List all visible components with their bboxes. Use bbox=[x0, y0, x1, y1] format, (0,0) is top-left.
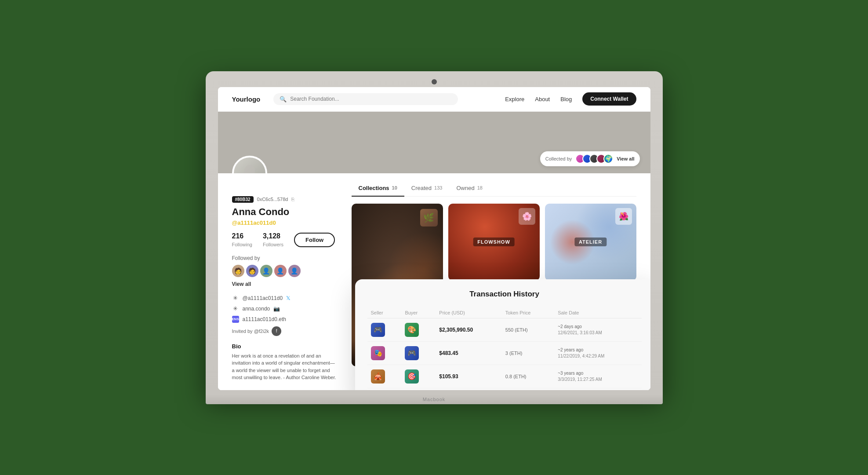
tab-owned-label: Owned bbox=[456, 185, 474, 191]
buyer-avatar-1: 🎨 bbox=[405, 323, 419, 337]
copy-icon[interactable]: ⎘ bbox=[291, 197, 294, 202]
laptop-body: Yourlogo 🔍 Explore About Blog Connect Wa… bbox=[206, 71, 663, 395]
col-token-price: Token Price bbox=[502, 307, 554, 318]
twitter-link[interactable]: ✳ @a1111ac011d0 𝕏 bbox=[232, 295, 338, 302]
following-stat: 216 Following bbox=[232, 232, 252, 248]
follower-4: 👤 bbox=[274, 265, 287, 277]
collector-avatar-5: 🌍 bbox=[603, 154, 613, 164]
followed-by-section: Followed by 🧑 🧑 👤 👤 👤 View all bbox=[232, 255, 338, 288]
profile-main: #80B32 0xC6c5...578d ⎘ Anna Condo @a1111… bbox=[218, 173, 650, 390]
transaction-table: Seller Buyer Price (USD) Token Price Sal… bbox=[367, 307, 642, 388]
transaction-history-popup: Transaction History Seller Buyer Price (… bbox=[355, 279, 650, 390]
tabs-row: Collections 10 Created 133 Owned 18 bbox=[352, 180, 636, 197]
collected-by-badge: Collected by 🌍 View all bbox=[540, 151, 640, 166]
follower-1: 🧑 bbox=[232, 265, 244, 277]
buyer-avatar-2: 🎮 bbox=[405, 346, 419, 360]
laptop-base: Macbook bbox=[206, 395, 663, 404]
bio-text: Her work is at once a revelation of and … bbox=[232, 352, 338, 381]
collection-flowshow[interactable]: 🌸 FLOWSHOW bbox=[448, 204, 540, 281]
tab-created[interactable]: Created 133 bbox=[404, 180, 450, 197]
follower-3: 👤 bbox=[260, 265, 272, 277]
ens-address: a1111ac011d0.eth bbox=[243, 316, 286, 322]
collected-by-view-all[interactable]: View all bbox=[617, 156, 634, 161]
txn-seller-3: 🎪 bbox=[367, 365, 402, 388]
tab-collections-count: 10 bbox=[392, 185, 397, 190]
follow-button[interactable]: Follow bbox=[294, 233, 335, 247]
instagram-link[interactable]: ✳ anna.condo 📷 bbox=[232, 305, 338, 312]
col-seller: Seller bbox=[367, 307, 402, 318]
follower-5: 👤 bbox=[288, 265, 301, 277]
twitter-icon: 𝕏 bbox=[286, 295, 291, 301]
bio-section: Bio Her work is at once a revelation of … bbox=[232, 343, 338, 381]
txn-title: Transaction History bbox=[367, 290, 642, 299]
collector-avatars: 🌍 bbox=[575, 154, 613, 164]
ens-link[interactable]: ENS a1111ac011d0.eth bbox=[232, 316, 338, 323]
logo: Yourlogo bbox=[232, 95, 261, 103]
seller-avatar-2: 🎭 bbox=[371, 346, 385, 360]
navigation: Yourlogo 🔍 Explore About Blog Connect Wa… bbox=[218, 87, 650, 112]
col-sale-date: Sale Date bbox=[554, 307, 641, 318]
profile-area: #80B32 0xC6c5...578d ⎘ Anna Condo @a1111… bbox=[218, 173, 650, 390]
seller-avatar-3: 🎪 bbox=[371, 369, 385, 384]
nav-about[interactable]: About bbox=[535, 96, 550, 102]
invited-by-row: Invited by @f2i2k f bbox=[232, 326, 338, 336]
nav-explore[interactable]: Explore bbox=[505, 96, 524, 102]
followers-label: Followers bbox=[263, 242, 283, 247]
follower-avatars: 🧑 🧑 👤 👤 👤 bbox=[232, 265, 338, 277]
inviter-avatar: f bbox=[272, 326, 281, 336]
txn-header-row: Seller Buyer Price (USD) Token Price Sal… bbox=[367, 307, 642, 318]
tab-collections-label: Collections bbox=[359, 185, 389, 191]
profile-username: @a1111ac011d0 bbox=[232, 219, 338, 226]
txn-token-3: 0.8 (ETH) bbox=[502, 365, 554, 388]
search-input[interactable] bbox=[290, 96, 452, 102]
profile-stats: 216 Following 3,128 Followers Follow bbox=[232, 232, 338, 248]
followed-by-label: Followed by bbox=[232, 255, 338, 261]
hashtag-icon: ✳ bbox=[232, 295, 239, 302]
tab-owned[interactable]: Owned 18 bbox=[449, 180, 489, 197]
profile-banner: Collected by 🌍 View all bbox=[218, 112, 650, 173]
laptop-container: Yourlogo 🔍 Explore About Blog Connect Wa… bbox=[206, 71, 663, 404]
txn-buyer-3: 🎯 bbox=[401, 365, 436, 388]
bio-title: Bio bbox=[232, 343, 338, 350]
connect-wallet-button[interactable]: Connect Wallet bbox=[582, 92, 636, 106]
profile-id-badge: #80B32 bbox=[232, 196, 254, 203]
ens-icon: ENS bbox=[232, 316, 239, 323]
txn-price-3: $105.93 bbox=[436, 365, 502, 388]
txn-seller-1: 🎮 bbox=[367, 318, 402, 341]
txn-token-1: 550 (ETH) bbox=[502, 318, 554, 341]
invite-label: Invited by @f2i2k bbox=[232, 329, 269, 334]
txn-seller-2: 🎭 bbox=[367, 341, 402, 365]
followers-count: 3,128 bbox=[263, 232, 283, 240]
instagram-handle: anna.condo bbox=[243, 306, 270, 312]
nav-blog[interactable]: Blog bbox=[560, 96, 572, 102]
tab-created-count: 133 bbox=[434, 185, 442, 190]
txn-price-2: $483.45 bbox=[436, 341, 502, 365]
atelier-label: ATELIER bbox=[574, 238, 607, 246]
buyer-avatar-3: 🎯 bbox=[405, 369, 419, 384]
instagram-icon: 📷 bbox=[273, 306, 280, 312]
table-row: 🎭 🎮 $483.45 bbox=[367, 341, 642, 365]
followed-by-view-all[interactable]: View all bbox=[232, 281, 251, 287]
search-bar[interactable]: 🔍 bbox=[273, 93, 458, 105]
following-count: 216 bbox=[232, 232, 252, 240]
search-icon: 🔍 bbox=[280, 96, 287, 102]
tab-collections[interactable]: Collections 10 bbox=[352, 180, 404, 197]
txn-date-1: ~2 days ago 12/6/2021, 3:16:03 AM bbox=[554, 318, 641, 341]
twitter-handle: @a1111ac011d0 bbox=[243, 295, 283, 301]
profile-left: #80B32 0xC6c5...578d ⎘ Anna Condo @a1111… bbox=[232, 173, 338, 390]
txn-token-2: 3 (ETH) bbox=[502, 341, 554, 365]
txn-tbody: 🎮 🎨 $2,305,990.50 bbox=[367, 318, 642, 388]
collection-atelier[interactable]: 🌺 ATELIER bbox=[545, 204, 636, 281]
table-row: 🎮 🎨 $2,305,990.50 bbox=[367, 318, 642, 341]
followers-stat: 3,128 Followers bbox=[263, 232, 283, 248]
laptop-screen: Yourlogo 🔍 Explore About Blog Connect Wa… bbox=[218, 87, 650, 390]
tab-created-label: Created bbox=[411, 185, 432, 191]
txn-date-3: ~3 years ago 3/3/2019, 11:27:25 AM bbox=[554, 365, 641, 388]
following-label: Following bbox=[232, 242, 252, 247]
follower-2: 🧑 bbox=[246, 265, 258, 277]
txn-buyer-2: 🎮 bbox=[401, 341, 436, 365]
txn-buyer-1: 🎨 bbox=[401, 318, 436, 341]
profile-right: Collections 10 Created 133 Owned 18 bbox=[338, 173, 636, 390]
flower-icon: ✳ bbox=[232, 305, 239, 312]
social-links: ✳ @a1111ac011d0 𝕏 ✳ anna.condo 📷 ENS bbox=[232, 295, 338, 336]
